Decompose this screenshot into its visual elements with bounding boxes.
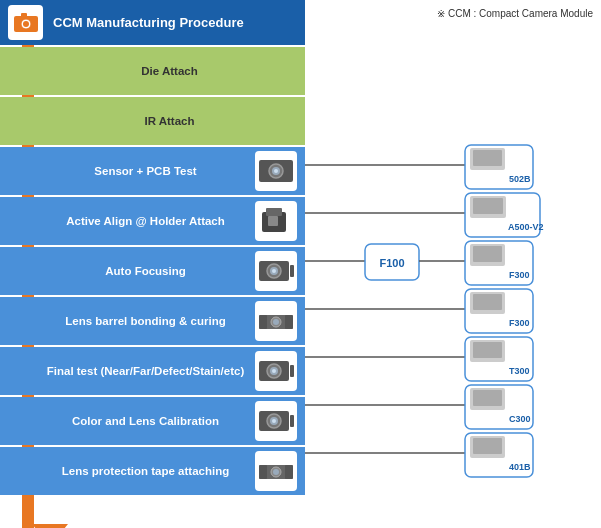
t300-label: T300 — [509, 366, 530, 376]
svg-point-2 — [23, 21, 29, 27]
svg-rect-15 — [290, 265, 294, 277]
step-die-attach-label: Die Attach — [42, 65, 297, 77]
svg-rect-3 — [21, 13, 27, 17]
holder-cube-icon — [257, 204, 295, 238]
step-ir-attach: IR Attach — [0, 97, 305, 145]
step-final-test: Final test (Near/Far/Defect/Stain/etc) — [0, 347, 305, 395]
svg-point-14 — [272, 269, 276, 273]
svg-point-24 — [272, 369, 276, 373]
svg-rect-35 — [285, 465, 293, 479]
machines-svg: 502B A500-V2 F100 F300 F300 — [305, 0, 601, 528]
process-arrow-head — [32, 524, 68, 528]
final-test-icon-box — [255, 351, 297, 391]
svg-rect-20 — [285, 315, 293, 329]
step-final-test-label: Final test (Near/Far/Defect/Stain/etc) — [42, 365, 249, 377]
401b-label: 401B — [509, 462, 531, 472]
header-title: CCM Manufacturing Procedure — [53, 15, 244, 30]
c300-machine-screen — [473, 390, 502, 406]
right-panel: ※ CCM : Compact Camera Module 502B A500-… — [305, 0, 601, 528]
lens-protection-icon — [257, 457, 295, 485]
lens-barrel-icon-box — [255, 301, 297, 341]
f300-lens-label: F300 — [509, 318, 530, 328]
auto-focusing-icon-box — [255, 251, 297, 291]
final-test-cam-icon — [257, 356, 295, 386]
t300-machine-screen — [473, 342, 502, 358]
step-lens-protection-label: Lens protection tape attaching — [42, 465, 249, 477]
svg-point-18 — [273, 319, 279, 325]
pcb-module-icon — [257, 156, 295, 186]
lens-protection-icon-box — [255, 451, 297, 491]
f300-auto-machine-screen — [473, 246, 502, 262]
active-align-icon-box — [255, 201, 297, 241]
f300-auto-label: F300 — [509, 270, 530, 280]
step-auto-focusing: Auto Focusing — [0, 247, 305, 295]
svg-point-33 — [273, 469, 279, 475]
left-panel: CCM Manufacturing Procedure Die Attach I… — [0, 0, 305, 528]
step-lens-barrel: Lens barrel bonding & curing — [0, 297, 305, 345]
step-sensor-pcb: Sensor + PCB Test — [0, 147, 305, 195]
step-die-attach: Die Attach — [0, 47, 305, 95]
svg-point-7 — [274, 169, 278, 173]
svg-rect-34 — [259, 465, 267, 479]
502b-machine-screen — [473, 150, 502, 166]
step-sensor-pcb-label: Sensor + PCB Test — [42, 165, 249, 177]
step-active-align: Active Align @ Holder Attach — [0, 197, 305, 245]
svg-rect-25 — [290, 365, 294, 377]
step-active-align-label: Active Align @ Holder Attach — [42, 215, 249, 227]
auto-focus-cam-icon — [257, 256, 295, 286]
c300-label: C300 — [509, 414, 531, 424]
step-color-lens-cal-label: Color and Lens Calibration — [42, 415, 249, 427]
camera-svg-icon — [12, 9, 40, 37]
sensor-pcb-icon-box — [255, 151, 297, 191]
a500v2-machine-screen — [473, 198, 503, 214]
f100-label: F100 — [379, 257, 404, 269]
ccm-logo-icon — [8, 5, 43, 40]
svg-rect-30 — [290, 415, 294, 427]
lens-barrel-icon — [257, 307, 295, 335]
step-auto-focusing-label: Auto Focusing — [42, 265, 249, 277]
svg-point-29 — [272, 419, 276, 423]
svg-rect-9 — [266, 208, 282, 216]
step-ir-attach-label: IR Attach — [42, 115, 297, 127]
step-color-lens-cal: Color and Lens Calibration — [0, 397, 305, 445]
step-lens-barrel-label: Lens barrel bonding & curing — [42, 315, 249, 327]
502b-label: 502B — [509, 174, 531, 184]
f300-lens-machine-screen — [473, 294, 502, 310]
color-cal-icon-box — [255, 401, 297, 441]
svg-rect-10 — [268, 216, 278, 226]
main-container: CCM Manufacturing Procedure Die Attach I… — [0, 0, 601, 528]
svg-rect-19 — [259, 315, 267, 329]
color-cal-icon — [257, 406, 295, 436]
a500v2-label: A500-V2 — [508, 222, 544, 232]
401b-machine-screen — [473, 438, 502, 454]
header-row: CCM Manufacturing Procedure — [0, 0, 305, 45]
step-lens-protection: Lens protection tape attaching — [0, 447, 305, 495]
